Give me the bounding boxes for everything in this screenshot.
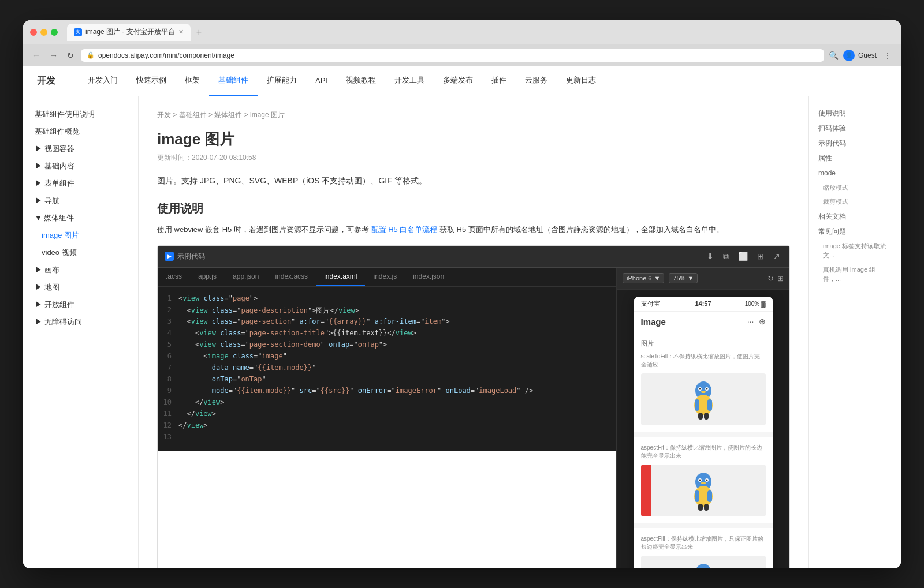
nav-item-kaifagongju[interactable]: 开发工具 [385,66,434,96]
tab-acss[interactable]: .acss [158,268,190,286]
address-input[interactable]: 🔒 opendocs.alipay.com/mini/component/ima… [81,49,824,62]
right-sidebar-item-example[interactable]: 示例代码 [809,136,901,151]
search-button[interactable]: 🔍 [829,51,839,60]
url-text: opendocs.alipay.com/mini/component/image [98,51,234,59]
right-sidebar-item-faq[interactable]: 常见问题 [809,224,901,239]
more-icon[interactable]: ··· [747,317,754,326]
nav-item-gengxin[interactable]: 更新日志 [557,66,605,96]
sidebar-item-image[interactable]: image 图片 [23,227,138,244]
nav-item-chajian[interactable]: 插件 [482,66,516,96]
refresh-preview-btn[interactable]: ↻ [767,274,774,283]
code-line-12: 12 </view> [158,421,616,432]
device-toolbar-actions: ↻ ⊞ [767,274,784,283]
nav-item-duoduan[interactable]: 多端发布 [434,66,482,96]
toy-figure-1 [683,379,724,420]
code-line-4: 4 <view class="page-section-title">{{ite… [158,328,616,340]
config-link[interactable]: 配置 H5 白名单流程 [371,225,438,234]
user-info: 👤 Guest [843,50,877,61]
demo-toolbar-actions: ⬇ ⧉ ⬜ ⊞ ↗ [705,250,783,263]
sidebar-group-map[interactable]: ▶ 地图 [23,279,138,296]
phone-header: Image ··· ⊕ [634,312,773,332]
nav-item-kuangjia[interactable]: 框架 [176,66,209,96]
svg-point-4 [699,388,701,389]
zoom-selector[interactable]: 75% ▼ [669,273,698,283]
sidebar-group-nav[interactable]: ▶ 导航 [23,192,138,209]
sidebar-group-canvas[interactable]: ▶ 画布 [23,261,138,279]
copy-btn[interactable]: ⧉ [721,250,731,263]
tab-appjs[interactable]: app.js [190,268,225,286]
demo-toolbar: ▶ 示例代码 ⬇ ⧉ ⬜ ⊞ ↗ [158,246,789,268]
sidebar-group-a11y[interactable]: ▶ 无障碍访问 [23,313,138,331]
toy-figure-3 [683,561,724,568]
right-sidebar-item-faq-2[interactable]: 真机调用 image 组件，... [809,263,901,286]
svg-rect-9 [698,413,703,420]
tab-appjson[interactable]: app.json [225,268,267,286]
right-sidebar-item-qrcode[interactable]: 扫码体验 [809,121,901,136]
sidebar-group-form[interactable]: ▶ 表单组件 [23,175,138,192]
sidebar-item-overview[interactable]: 基础组件概览 [23,123,138,140]
svg-point-15 [699,479,701,481]
main-layout: 基础组件使用说明 基础组件概览 ▶ 视图容器 ▶ 基础内容 ▶ 表单组件 ▶ 导… [23,96,901,568]
svg-rect-18 [695,490,699,502]
page-description: 图片。支持 JPG、PNG、SVG、WEBP（iOS 不支持动图）、GIF 等格… [157,174,790,187]
sidebar-group-open[interactable]: ▶ 开放组件 [23,296,138,313]
home-icon[interactable]: ⊕ [759,317,766,326]
right-sidebar-item-usage[interactable]: 使用说明 [809,106,901,121]
minimize-button[interactable] [40,29,47,36]
nav-item-yunfuwu[interactable]: 云服务 [516,66,557,96]
right-sidebar-item-crop[interactable]: 裁剪模式 [809,194,901,209]
device-selector[interactable]: iPhone 6 ▼ [623,273,664,283]
right-sidebar-item-related[interactable]: 相关文档 [809,209,901,224]
tab-close-button[interactable]: ✕ [178,28,184,36]
user-name: Guest [858,51,877,59]
title-bar: 支 image 图片 - 支付宝开放平台 ✕ + [23,20,901,44]
phone-section-2: aspectFit：保持纵横比缩放图片，使图片的长边能完全显示出来 [634,437,773,523]
forward-button[interactable]: → [47,50,60,61]
nav-item-kuozhan[interactable]: 扩展能力 [258,66,306,96]
sidebar-item-usage[interactable]: 基础组件使用说明 [23,106,138,123]
code-line-9: 9 mode="{{item.mode}}" src="{{src}}" onE… [158,386,616,398]
maximize-button[interactable] [51,29,58,36]
main-content: 开发 > 基础组件 > 媒体组件 > image 图片 image 图片 更新时… [139,96,808,568]
sidebar-item-video[interactable]: video 视频 [23,244,138,261]
right-sidebar-item-faq-1[interactable]: image 标签支持读取流文... [809,239,901,263]
svg-point-6 [701,391,706,393]
nav-item-kaifa-rumen[interactable]: 开发入门 [79,66,127,96]
code-device-layout: .acss app.js app.json index.acss index.a… [158,268,789,568]
download-btn[interactable]: ⬇ [705,250,716,262]
active-tab[interactable]: 支 image 图片 - 支付宝开放平台 ✕ [67,24,191,41]
site-logo: 开发 [37,75,55,87]
section-title: 使用说明 [157,201,790,216]
right-sidebar-item-mode[interactable]: mode [809,166,901,181]
code-line-8: 8 onTap="onTap" [158,374,616,386]
tab-indexacss[interactable]: index.acss [267,268,316,286]
share-btn[interactable]: ↗ [771,250,783,262]
right-sidebar: 使用说明 扫码体验 示例代码 属性 mode 缩放模式 裁剪模式 相关文档 常见… [808,96,901,568]
grid-btn[interactable]: ⊞ [755,250,766,262]
nav-item-kuaisu[interactable]: 快速示例 [127,66,176,96]
content-area: 开发 开发入门 快速示例 框架 基础组件 扩展能力 API 视频教程 开发工具 … [23,66,901,568]
left-sidebar: 基础组件使用说明 基础组件概览 ▶ 视图容器 ▶ 基础内容 ▶ 表单组件 ▶ 导… [23,96,139,568]
expand-preview-btn[interactable]: ⊞ [777,274,784,283]
sidebar-group-media[interactable]: ▼ 媒体组件 [23,209,138,227]
tab-indexaxml[interactable]: index.axml [316,268,365,286]
new-tab-button[interactable]: + [193,26,205,39]
nav-item-shipin[interactable]: 视频教程 [337,66,385,96]
sidebar-group-view[interactable]: ▶ 视图容器 [23,140,138,158]
nav-item-jichuzujian[interactable]: 基础组件 [209,66,258,96]
nav-item-api[interactable]: API [306,66,337,96]
right-sidebar-item-scale[interactable]: 缩放模式 [809,181,901,195]
close-button[interactable] [30,29,37,36]
phone-header-icons: ··· ⊕ [747,317,766,326]
right-sidebar-item-props[interactable]: 属性 [809,151,901,166]
tab-indexjson[interactable]: index.json [405,268,452,286]
sidebar-group-content[interactable]: ▶ 基础内容 [23,158,138,175]
menu-button[interactable]: ⋮ [881,50,894,61]
tab-indexjs[interactable]: index.js [365,268,405,286]
back-button[interactable]: ← [30,50,43,61]
code-section: .acss app.js app.json index.acss index.a… [158,268,616,568]
split-view-btn[interactable]: ⬜ [736,250,750,262]
svg-point-22 [695,564,711,568]
page-update: 更新时间：2020-07-20 08:10:58 [157,153,790,163]
reload-button[interactable]: ↻ [65,50,76,61]
